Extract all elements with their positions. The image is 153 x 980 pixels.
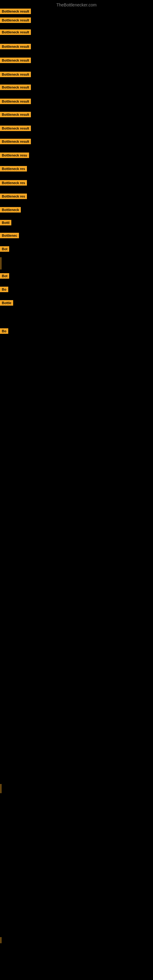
bottleneck-badge-5: Bottleneck result bbox=[0, 57, 31, 63]
site-title: TheBottlenecker.com bbox=[0, 2, 153, 7]
bottleneck-badge-19: Bot bbox=[0, 246, 9, 252]
bottleneck-badge-14: Bottleneck res bbox=[0, 180, 27, 186]
bottleneck-badge-22: Bottle bbox=[0, 300, 13, 305]
bottleneck-badge-11: Bottleneck result bbox=[0, 139, 31, 144]
bottleneck-badge-10: Bottleneck result bbox=[0, 126, 31, 131]
vertical-line-1 bbox=[1, 257, 1, 269]
bottleneck-badge-23: Bo bbox=[0, 328, 8, 334]
bottleneck-badge-3: Bottleneck result bbox=[0, 29, 31, 35]
bottleneck-badge-2: Bottleneck result bbox=[0, 18, 31, 23]
bottleneck-badge-9: Bottleneck result bbox=[0, 112, 31, 117]
bottleneck-badge-17: Bottl bbox=[0, 220, 11, 225]
bottleneck-badge-12: Bottleneck resu bbox=[0, 153, 29, 158]
bottleneck-badge-16: Bottleneck bbox=[0, 207, 21, 213]
bottleneck-badge-7: Bottleneck result bbox=[0, 84, 31, 90]
bottleneck-badge-6: Bottleneck result bbox=[0, 72, 31, 77]
bottleneck-badge-20: Bot bbox=[0, 273, 9, 279]
vertical-line-2 bbox=[1, 784, 1, 793]
bottleneck-badge-1: Bottleneck result bbox=[0, 9, 31, 14]
bottleneck-badge-15: Bottleneck res bbox=[0, 194, 27, 199]
bottleneck-badge-4: Bottleneck result bbox=[0, 44, 31, 49]
bottleneck-badge-13: Bottleneck res bbox=[0, 166, 27, 172]
vertical-line-3 bbox=[1, 937, 1, 943]
bottleneck-badge-21: Bo bbox=[0, 286, 8, 292]
bottleneck-badge-8: Bottleneck result bbox=[0, 99, 31, 104]
bottleneck-badge-18: Bottlenec bbox=[0, 233, 19, 238]
